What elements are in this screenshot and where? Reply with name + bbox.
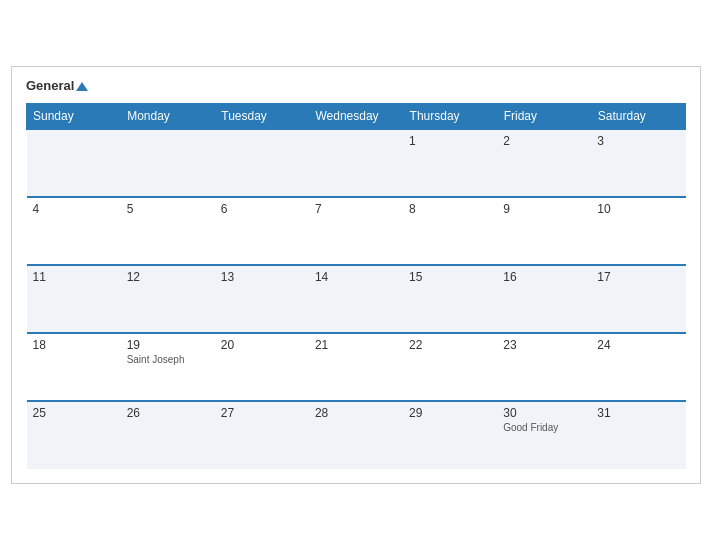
day-cell-2-1: 12: [121, 265, 215, 333]
col-monday: Monday: [121, 104, 215, 130]
day-cell-2-4: 15: [403, 265, 497, 333]
day-cell-2-5: 16: [497, 265, 591, 333]
day-number: 23: [503, 338, 585, 352]
day-number: 22: [409, 338, 491, 352]
day-event: Good Friday: [503, 422, 585, 433]
day-cell-3-1: 19Saint Joseph: [121, 333, 215, 401]
week-row-0: 123: [27, 129, 686, 197]
day-cell-0-2: [215, 129, 309, 197]
day-cell-3-4: 22: [403, 333, 497, 401]
day-cell-0-6: 3: [591, 129, 685, 197]
day-cell-2-2: 13: [215, 265, 309, 333]
day-cell-1-4: 8: [403, 197, 497, 265]
day-cell-0-0: [27, 129, 121, 197]
col-friday: Friday: [497, 104, 591, 130]
day-cell-4-4: 29: [403, 401, 497, 469]
col-wednesday: Wednesday: [309, 104, 403, 130]
day-number: 8: [409, 202, 491, 216]
day-number: 13: [221, 270, 303, 284]
day-cell-3-6: 24: [591, 333, 685, 401]
day-number: 14: [315, 270, 397, 284]
day-number: 24: [597, 338, 679, 352]
col-tuesday: Tuesday: [215, 104, 309, 130]
day-number: 31: [597, 406, 679, 420]
day-cell-3-0: 18: [27, 333, 121, 401]
day-number: 4: [33, 202, 115, 216]
day-cell-0-5: 2: [497, 129, 591, 197]
day-cell-4-2: 27: [215, 401, 309, 469]
day-number: 30: [503, 406, 585, 420]
day-number: 20: [221, 338, 303, 352]
day-cell-4-3: 28: [309, 401, 403, 469]
day-cell-0-4: 1: [403, 129, 497, 197]
day-number: 25: [33, 406, 115, 420]
col-saturday: Saturday: [591, 104, 685, 130]
day-cell-1-3: 7: [309, 197, 403, 265]
day-number: 7: [315, 202, 397, 216]
day-cell-3-3: 21: [309, 333, 403, 401]
calendar-wrapper: General Sunday Monday Tuesday Wednesday …: [11, 66, 701, 484]
day-cell-0-1: [121, 129, 215, 197]
day-cell-1-1: 5: [121, 197, 215, 265]
day-cell-3-2: 20: [215, 333, 309, 401]
day-cell-4-0: 25: [27, 401, 121, 469]
logo-triangle-icon: [76, 82, 88, 91]
logo-area: General: [26, 79, 88, 93]
calendar-grid: Sunday Monday Tuesday Wednesday Thursday…: [26, 103, 686, 469]
day-cell-1-6: 10: [591, 197, 685, 265]
day-number: 1: [409, 134, 491, 148]
day-number: 29: [409, 406, 491, 420]
logo-general-text: General: [26, 79, 88, 93]
week-row-2: 11121314151617: [27, 265, 686, 333]
day-cell-1-5: 9: [497, 197, 591, 265]
day-number: 11: [33, 270, 115, 284]
week-row-3: 1819Saint Joseph2021222324: [27, 333, 686, 401]
day-cell-4-1: 26: [121, 401, 215, 469]
day-cell-0-3: [309, 129, 403, 197]
day-number: 2: [503, 134, 585, 148]
day-number: 18: [33, 338, 115, 352]
day-cell-4-6: 31: [591, 401, 685, 469]
day-number: 26: [127, 406, 209, 420]
col-thursday: Thursday: [403, 104, 497, 130]
day-number: 9: [503, 202, 585, 216]
calendar-body: 12345678910111213141516171819Saint Josep…: [27, 129, 686, 469]
calendar-header: General: [26, 79, 686, 93]
day-cell-2-6: 17: [591, 265, 685, 333]
col-sunday: Sunday: [27, 104, 121, 130]
day-cell-3-5: 23: [497, 333, 591, 401]
day-cell-1-0: 4: [27, 197, 121, 265]
day-cell-1-2: 6: [215, 197, 309, 265]
day-cell-4-5: 30Good Friday: [497, 401, 591, 469]
day-number: 27: [221, 406, 303, 420]
day-number: 6: [221, 202, 303, 216]
calendar-thead: Sunday Monday Tuesday Wednesday Thursday…: [27, 104, 686, 130]
day-number: 28: [315, 406, 397, 420]
day-number: 10: [597, 202, 679, 216]
day-number: 17: [597, 270, 679, 284]
day-number: 3: [597, 134, 679, 148]
day-event: Saint Joseph: [127, 354, 209, 365]
days-of-week-row: Sunday Monday Tuesday Wednesday Thursday…: [27, 104, 686, 130]
day-number: 21: [315, 338, 397, 352]
day-cell-2-3: 14: [309, 265, 403, 333]
day-number: 15: [409, 270, 491, 284]
day-number: 5: [127, 202, 209, 216]
day-number: 16: [503, 270, 585, 284]
day-number: 19: [127, 338, 209, 352]
week-row-1: 45678910: [27, 197, 686, 265]
day-number: 12: [127, 270, 209, 284]
day-cell-2-0: 11: [27, 265, 121, 333]
week-row-4: 252627282930Good Friday31: [27, 401, 686, 469]
